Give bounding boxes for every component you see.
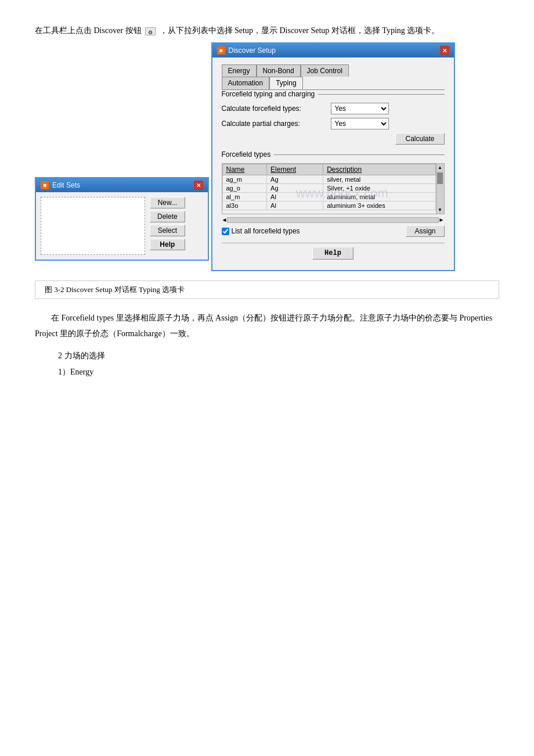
calc-charges-row: Calculate partial charges: Yes No — [222, 118, 445, 129]
table-scrollbar[interactable]: ▲ ▼ — [436, 164, 444, 214]
calc-types-select[interactable]: Yes No — [331, 103, 389, 114]
calc-charges-select[interactable]: Yes No — [331, 118, 389, 129]
col-name: Name — [222, 164, 267, 175]
dialog-icon: ■ — [41, 181, 49, 189]
table-row[interactable]: ag_oAgSilver, +1 oxide — [222, 184, 435, 193]
discover-setup-titlebar: ■ Discover Setup ✕ — [212, 44, 454, 57]
discover-dialog-icon: ■ — [217, 46, 225, 55]
forcefield-table-wrapper: Name Element Description ag_mAgsilver, m… — [222, 163, 445, 214]
discover-close-button[interactable]: ✕ — [440, 46, 449, 55]
tab-jobcontrol[interactable]: Job Control — [301, 64, 349, 77]
edit-sets-body: New... Delete Select Help — [36, 192, 208, 260]
calc-types-row: Calculate forcefield types: Yes No — [222, 103, 445, 114]
caption-text: 图 3-2 Discover Setup 对话框 Typing 选项卡 — [45, 285, 185, 294]
tab-energy[interactable]: Energy — [222, 64, 257, 77]
h-scrollbar-row: ◄ ► — [222, 217, 445, 223]
h-scrollbar-track[interactable] — [227, 217, 438, 223]
close-button[interactable]: ✕ — [194, 181, 203, 190]
discover-setup-title: Discover Setup — [229, 46, 276, 55]
new-button[interactable]: New... — [150, 197, 185, 208]
calc-types-label: Calculate forcefield types: — [222, 105, 326, 113]
tabs-area: Energy Non-Bond Job Control Automation T… — [222, 64, 445, 90]
delete-button[interactable]: Delete — [150, 211, 185, 222]
discover-body: Energy Non-Bond Job Control Automation T… — [212, 57, 454, 270]
col-description: Description — [323, 164, 435, 175]
forcefield-table-container: Name Element Description ag_mAgsilver, m… — [222, 163, 445, 223]
table-row[interactable]: al_mAlaluminium, metal — [222, 193, 435, 201]
scroll-up-arrow[interactable]: ▲ — [436, 164, 443, 171]
paragraph-text: 在 Forcefield types 里选择相应原子力场，再点 Assign（分… — [35, 314, 492, 338]
table-row[interactable]: al3oAlaluminium 3+ oxides — [222, 201, 435, 210]
help-row: Help — [222, 243, 445, 263]
scroll-down-arrow[interactable]: ▼ — [436, 206, 443, 214]
discover-setup-dialog: ■ Discover Setup ✕ Energy Non-Bond Job C… — [211, 42, 455, 271]
scroll-left-arrow[interactable]: ◄ — [222, 217, 228, 223]
intro-text: 在工具栏上点击 Discover 按钮 ⚙ ，从下拉列表中选择 Setup，显示… — [35, 23, 499, 38]
list-all-label[interactable]: List all forcefield types — [222, 227, 300, 235]
forcefield-table: Name Element Description ag_mAgsilver, m… — [222, 164, 436, 210]
section-forcefield-label: Forcefield typing and charging — [222, 90, 445, 98]
caption-box: 图 3-2 Discover Setup 对话框 Typing 选项卡 — [35, 280, 499, 299]
scroll-right-arrow[interactable]: ► — [439, 217, 445, 223]
list-all-checkbox[interactable] — [222, 228, 229, 235]
calculate-button[interactable]: Calculate — [395, 133, 444, 145]
paragraph-section: 在 Forcefield types 里选择相应原子力场，再点 Assign（分… — [35, 311, 499, 341]
assign-button[interactable]: Assign — [406, 225, 444, 237]
help-button-editsets[interactable]: Help — [150, 239, 185, 250]
edit-sets-buttons: New... Delete Select Help — [150, 197, 185, 255]
edit-sets-titlebar: ■ Edit Sets ✕ — [36, 178, 208, 192]
bottom-row: List all forcefield types Assign — [222, 225, 445, 237]
discover-icon: ⚙ — [145, 27, 156, 35]
tab-automation[interactable]: Automation — [222, 77, 270, 89]
calc-button-row: Calculate — [222, 133, 445, 145]
col-element: Element — [267, 164, 323, 175]
edit-sets-dialog: ■ Edit Sets ✕ New... Delete Select Help — [35, 177, 209, 261]
tab-typing[interactable]: Typing — [269, 77, 302, 89]
select-button[interactable]: Select — [150, 225, 185, 236]
scroll-thumb[interactable] — [437, 172, 443, 184]
calc-charges-label: Calculate partial charges: — [222, 120, 326, 128]
sub-heading-2: 1）Energy — [58, 367, 499, 377]
sub-heading-1: 2 力场的选择 — [58, 351, 499, 361]
tabs-row2: Automation Typing — [222, 77, 445, 89]
tab-nonbond[interactable]: Non-Bond — [257, 64, 301, 77]
edit-sets-title: Edit Sets — [52, 181, 80, 189]
section-ff-types-label: Forcefield types — [222, 150, 445, 159]
table-scroll-area[interactable]: Name Element Description ag_mAgsilver, m… — [222, 164, 444, 214]
help-button-discover[interactable]: Help — [312, 247, 353, 260]
tabs-row1: Energy Non-Bond Job Control — [222, 64, 445, 77]
edit-sets-listbox[interactable] — [41, 197, 145, 255]
table-row[interactable]: ag_mAgsilver, metal — [222, 175, 435, 184]
